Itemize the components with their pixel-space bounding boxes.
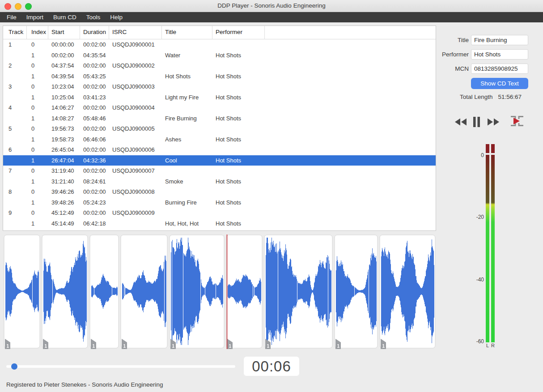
cell-start: 26:45:04 — [48, 145, 80, 155]
table-row[interactable]: 139:48:2605:24:23Burning FireHot Shots — [3, 197, 436, 208]
cell-title — [162, 39, 212, 50]
cell-duration: 00:02:00 — [80, 166, 109, 176]
menu-item-burn-cd[interactable]: Burn CD — [48, 12, 81, 22]
table-row[interactable]: 2004:37:5400:02:00USQDJ0900002 — [3, 60, 436, 71]
menu-item-import[interactable]: Import — [21, 12, 48, 22]
cell-performer: Hot Shots — [212, 134, 265, 145]
table-row[interactable]: 3010:23:0400:02:00USQDJ0900003 — [3, 81, 436, 92]
cell-track — [3, 197, 27, 208]
position-slider-thumb[interactable] — [11, 363, 17, 370]
cell-spacer — [265, 218, 436, 229]
table-row[interactable]: 1000:00:0000:02:00USQDJ0900001 — [3, 39, 436, 50]
table-row[interactable]: 6026:45:0400:02:00USQDJ0900006 — [3, 145, 436, 155]
play-range-button[interactable] — [509, 115, 525, 128]
cell-track: 7 — [3, 166, 27, 176]
table-row[interactable]: 119:58:7306:46:06AshesHot Shots — [3, 134, 436, 145]
table-row[interactable]: 4014:06:2700:02:00USQDJ0900004 — [3, 102, 436, 113]
title-label: Title — [438, 37, 469, 43]
cell-performer — [212, 208, 265, 218]
total-length-label: Total Length — [460, 94, 493, 100]
menu-item-help[interactable]: Help — [105, 12, 127, 22]
table-row[interactable]: 126:47:0404:32:36CoolHot Shots — [3, 155, 436, 166]
cell-start: 14:06:27 — [48, 102, 80, 113]
rewind-button[interactable] — [454, 118, 467, 126]
cell-title: Hot, Hot, Hot — [162, 218, 212, 229]
cell-isrc: USQDJ0900005 — [109, 124, 162, 134]
cell-performer — [212, 39, 265, 50]
cell-index: 0 — [27, 187, 48, 197]
table-row[interactable]: 5019:56:7300:02:00USQDJ0900005 — [3, 124, 436, 134]
cell-start: 31:21:40 — [48, 176, 80, 187]
cell-title — [162, 187, 212, 197]
cell-performer — [212, 102, 265, 113]
table-row[interactable]: 131:21:4008:24:61SmokeHot Shots — [3, 176, 436, 187]
table-row[interactable]: 8039:46:2600:02:00USQDJ0900008 — [3, 187, 436, 197]
cell-index: 1 — [27, 92, 48, 103]
cell-spacer — [265, 208, 436, 218]
cell-title — [162, 166, 212, 176]
status-bar: Registered to Pieter Stenekes - Sonoris … — [0, 378, 543, 392]
cell-duration: 00:02:00 — [80, 124, 109, 134]
cell-duration: 05:48:46 — [80, 113, 109, 124]
cell-index: 0 — [27, 124, 48, 134]
cell-track: 4 — [3, 102, 27, 113]
cell-isrc — [109, 50, 162, 61]
cell-index: 1 — [27, 155, 48, 166]
cell-isrc: USQDJ0900008 — [109, 187, 162, 197]
cell-performer — [212, 187, 265, 197]
cell-title — [162, 102, 212, 113]
cell-spacer — [265, 39, 436, 50]
fast-forward-button[interactable] — [487, 118, 500, 126]
cell-track: 6 — [3, 145, 27, 155]
table-row[interactable]: 9045:12:4900:02:00USQDJ0900009 — [3, 208, 436, 218]
cell-isrc — [109, 176, 162, 187]
cell-title — [162, 124, 212, 134]
cell-start: 00:02:00 — [48, 50, 80, 61]
cell-duration: 05:43:25 — [80, 71, 109, 82]
menu-item-tools[interactable]: Tools — [81, 12, 106, 22]
cell-index: 1 — [27, 218, 48, 229]
table-row[interactable]: 100:02:0004:35:54WaterHot Shots — [3, 50, 436, 61]
cell-duration: 00:02:00 — [80, 145, 109, 155]
cell-track: 3 — [3, 81, 27, 92]
show-cd-text-button[interactable]: Show CD Text — [471, 78, 528, 89]
cell-performer: Hot Shots — [212, 197, 265, 208]
pause-button[interactable] — [473, 117, 480, 127]
cell-spacer — [265, 124, 436, 134]
cell-track — [3, 155, 27, 166]
mcn-label: MCN — [438, 65, 469, 72]
cell-title: Cool — [162, 155, 212, 166]
performer-field[interactable] — [471, 49, 528, 60]
mcn-field[interactable] — [471, 64, 528, 74]
cell-title: Smoke — [162, 176, 212, 187]
cell-title: Hot Shots — [162, 71, 212, 82]
cell-isrc — [109, 197, 162, 208]
cell-index: 1 — [27, 134, 48, 145]
cell-track: 9 — [3, 208, 27, 218]
cell-spacer — [265, 166, 436, 176]
title-field[interactable] — [471, 35, 528, 45]
position-slider[interactable] — [6, 365, 235, 368]
table-row[interactable]: 104:39:5405:43:25Hot ShotsHot Shots — [3, 71, 436, 82]
cell-start: 39:46:26 — [48, 187, 80, 197]
cell-start: 19:58:73 — [48, 134, 80, 145]
cell-track — [3, 218, 27, 229]
cell-spacer — [265, 113, 436, 124]
cell-start: 31:19:40 — [48, 166, 80, 176]
play-range-icon — [509, 115, 525, 128]
cell-duration: 03:41:23 — [80, 92, 109, 103]
table-row[interactable]: 7031:19:4000:02:00USQDJ0900007 — [3, 166, 436, 176]
cell-performer: Hot Shots — [212, 50, 265, 61]
cell-spacer — [265, 176, 436, 187]
cell-start: 10:25:04 — [48, 92, 80, 103]
cell-duration: 00:02:00 — [80, 39, 109, 50]
cell-start: 26:47:04 — [48, 155, 80, 166]
table-row[interactable]: 110:25:0403:41:23Light my FireHot Shots — [3, 92, 436, 103]
table-body: 1000:00:0000:02:00USQDJ0900001100:02:000… — [3, 39, 436, 229]
cell-isrc — [109, 71, 162, 82]
menu-item-file[interactable]: File — [2, 12, 21, 22]
cell-index: 1 — [27, 113, 48, 124]
table-row[interactable]: 114:08:2705:48:46Fire BurningHot Shots — [3, 113, 436, 124]
waveform-display[interactable] — [3, 234, 436, 351]
table-row[interactable]: 145:14:4906:42:18Hot, Hot, HotHot Shots — [3, 218, 436, 229]
